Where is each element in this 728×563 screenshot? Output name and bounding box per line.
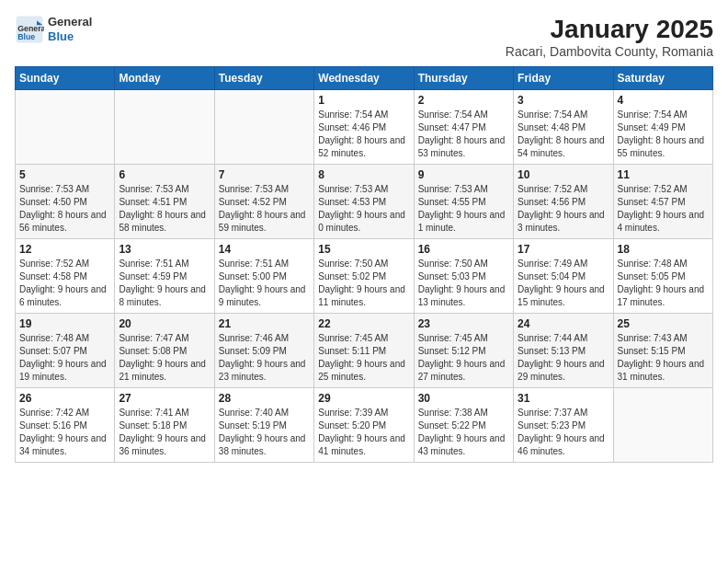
- calendar-cell: 29Sunrise: 7:39 AM Sunset: 5:20 PM Dayli…: [314, 388, 414, 463]
- calendar-cell: 25Sunrise: 7:43 AM Sunset: 5:15 PM Dayli…: [613, 314, 712, 388]
- day-number: 1: [318, 94, 409, 107]
- calendar-day-header: Tuesday: [214, 67, 313, 90]
- day-number: 20: [119, 317, 210, 330]
- calendar-day-header: Saturday: [613, 67, 712, 90]
- day-number: 26: [19, 392, 110, 405]
- day-info: Sunrise: 7:53 AM Sunset: 4:51 PM Dayligh…: [119, 183, 210, 235]
- calendar-cell: 11Sunrise: 7:52 AM Sunset: 4:57 PM Dayli…: [613, 165, 712, 239]
- day-info: Sunrise: 7:49 AM Sunset: 5:04 PM Dayligh…: [518, 258, 609, 309]
- day-info: Sunrise: 7:38 AM Sunset: 5:22 PM Dayligh…: [418, 407, 509, 458]
- day-info: Sunrise: 7:39 AM Sunset: 5:20 PM Dayligh…: [318, 407, 409, 458]
- calendar-cell: 30Sunrise: 7:38 AM Sunset: 5:22 PM Dayli…: [414, 388, 513, 463]
- calendar-cell: 7Sunrise: 7:53 AM Sunset: 4:52 PM Daylig…: [214, 165, 313, 239]
- day-info: Sunrise: 7:37 AM Sunset: 5:23 PM Dayligh…: [518, 407, 609, 458]
- day-info: Sunrise: 7:45 AM Sunset: 5:12 PM Dayligh…: [418, 332, 509, 384]
- calendar-day-header: Monday: [115, 67, 214, 90]
- calendar-cell: 19Sunrise: 7:48 AM Sunset: 5:07 PM Dayli…: [16, 314, 115, 388]
- calendar-week-row: 19Sunrise: 7:48 AM Sunset: 5:07 PM Dayli…: [16, 314, 713, 388]
- day-number: 19: [19, 317, 110, 330]
- calendar-week-row: 26Sunrise: 7:42 AM Sunset: 5:16 PM Dayli…: [16, 388, 713, 463]
- calendar-cell: 13Sunrise: 7:51 AM Sunset: 4:59 PM Dayli…: [115, 239, 214, 314]
- day-info: Sunrise: 7:47 AM Sunset: 5:08 PM Dayligh…: [119, 332, 210, 384]
- calendar-table: SundayMondayTuesdayWednesdayThursdayFrid…: [15, 66, 713, 463]
- day-number: 9: [418, 168, 509, 181]
- day-info: Sunrise: 7:53 AM Sunset: 4:55 PM Dayligh…: [418, 183, 509, 235]
- day-number: 30: [418, 392, 509, 405]
- day-number: 5: [19, 168, 110, 181]
- day-info: Sunrise: 7:53 AM Sunset: 4:53 PM Dayligh…: [318, 183, 409, 235]
- day-info: Sunrise: 7:50 AM Sunset: 5:03 PM Dayligh…: [418, 258, 509, 309]
- day-info: Sunrise: 7:54 AM Sunset: 4:47 PM Dayligh…: [418, 109, 509, 160]
- day-number: 21: [219, 317, 310, 330]
- day-number: 8: [318, 168, 409, 181]
- day-number: 4: [618, 94, 709, 107]
- day-number: 15: [318, 243, 409, 256]
- day-number: 3: [518, 94, 609, 107]
- calendar-cell: 3Sunrise: 7:54 AM Sunset: 4:48 PM Daylig…: [514, 90, 613, 165]
- logo-blue: Blue: [48, 29, 92, 44]
- day-number: 6: [119, 168, 210, 181]
- calendar-day-header: Thursday: [414, 67, 513, 90]
- calendar-week-row: 1Sunrise: 7:54 AM Sunset: 4:46 PM Daylig…: [16, 90, 713, 165]
- day-number: 29: [318, 392, 409, 405]
- day-info: Sunrise: 7:54 AM Sunset: 4:49 PM Dayligh…: [618, 109, 709, 160]
- day-number: 17: [518, 243, 609, 256]
- calendar-cell: 8Sunrise: 7:53 AM Sunset: 4:53 PM Daylig…: [314, 165, 414, 239]
- calendar-cell: 5Sunrise: 7:53 AM Sunset: 4:50 PM Daylig…: [16, 165, 115, 239]
- day-number: 23: [418, 317, 509, 330]
- calendar-cell: 17Sunrise: 7:49 AM Sunset: 5:04 PM Dayli…: [514, 239, 613, 314]
- calendar-cell: [613, 388, 712, 463]
- calendar-cell: 27Sunrise: 7:41 AM Sunset: 5:18 PM Dayli…: [115, 388, 214, 463]
- calendar-cell: 1Sunrise: 7:54 AM Sunset: 4:46 PM Daylig…: [314, 90, 414, 165]
- calendar-cell: 23Sunrise: 7:45 AM Sunset: 5:12 PM Dayli…: [414, 314, 513, 388]
- day-info: Sunrise: 7:42 AM Sunset: 5:16 PM Dayligh…: [19, 407, 110, 458]
- calendar-week-row: 5Sunrise: 7:53 AM Sunset: 4:50 PM Daylig…: [16, 165, 713, 239]
- calendar-cell: 4Sunrise: 7:54 AM Sunset: 4:49 PM Daylig…: [613, 90, 712, 165]
- day-info: Sunrise: 7:52 AM Sunset: 4:58 PM Dayligh…: [19, 258, 110, 309]
- calendar-cell: 24Sunrise: 7:44 AM Sunset: 5:13 PM Dayli…: [514, 314, 613, 388]
- day-number: 22: [318, 317, 409, 330]
- calendar-cell: 2Sunrise: 7:54 AM Sunset: 4:47 PM Daylig…: [414, 90, 513, 165]
- calendar-cell: 26Sunrise: 7:42 AM Sunset: 5:16 PM Dayli…: [16, 388, 115, 463]
- calendar-day-header: Friday: [514, 67, 613, 90]
- calendar-day-header: Sunday: [16, 67, 115, 90]
- calendar-cell: 16Sunrise: 7:50 AM Sunset: 5:03 PM Dayli…: [414, 239, 513, 314]
- logo-icon: General Blue: [15, 15, 44, 44]
- day-number: 27: [119, 392, 210, 405]
- calendar-cell: 28Sunrise: 7:40 AM Sunset: 5:19 PM Dayli…: [214, 388, 313, 463]
- calendar-cell: [214, 90, 313, 165]
- svg-text:Blue: Blue: [17, 32, 35, 41]
- day-info: Sunrise: 7:54 AM Sunset: 4:48 PM Dayligh…: [518, 109, 609, 160]
- day-number: 13: [119, 243, 210, 256]
- day-info: Sunrise: 7:53 AM Sunset: 4:50 PM Dayligh…: [19, 183, 110, 235]
- calendar-cell: 31Sunrise: 7:37 AM Sunset: 5:23 PM Dayli…: [514, 388, 613, 463]
- calendar-cell: 15Sunrise: 7:50 AM Sunset: 5:02 PM Dayli…: [314, 239, 414, 314]
- calendar-cell: 12Sunrise: 7:52 AM Sunset: 4:58 PM Dayli…: [16, 239, 115, 314]
- day-info: Sunrise: 7:50 AM Sunset: 5:02 PM Dayligh…: [318, 258, 409, 309]
- day-info: Sunrise: 7:53 AM Sunset: 4:52 PM Dayligh…: [219, 183, 310, 235]
- calendar-cell: [16, 90, 115, 165]
- logo-text: General Blue: [48, 15, 92, 43]
- day-number: 14: [219, 243, 310, 256]
- day-info: Sunrise: 7:46 AM Sunset: 5:09 PM Dayligh…: [219, 332, 310, 384]
- day-number: 2: [418, 94, 509, 107]
- day-number: 31: [518, 392, 609, 405]
- calendar-week-row: 12Sunrise: 7:52 AM Sunset: 4:58 PM Dayli…: [16, 239, 713, 314]
- calendar-cell: [115, 90, 214, 165]
- calendar-day-header: Wednesday: [314, 67, 414, 90]
- calendar-cell: 22Sunrise: 7:45 AM Sunset: 5:11 PM Dayli…: [314, 314, 414, 388]
- day-info: Sunrise: 7:52 AM Sunset: 4:56 PM Dayligh…: [518, 183, 609, 235]
- calendar-cell: 14Sunrise: 7:51 AM Sunset: 5:00 PM Dayli…: [214, 239, 313, 314]
- calendar-cell: 6Sunrise: 7:53 AM Sunset: 4:51 PM Daylig…: [115, 165, 214, 239]
- day-number: 28: [219, 392, 310, 405]
- day-info: Sunrise: 7:48 AM Sunset: 5:07 PM Dayligh…: [19, 332, 110, 384]
- day-number: 7: [219, 168, 310, 181]
- page-title: January 2025: [506, 15, 713, 44]
- day-info: Sunrise: 7:52 AM Sunset: 4:57 PM Dayligh…: [618, 183, 709, 235]
- calendar-cell: 9Sunrise: 7:53 AM Sunset: 4:55 PM Daylig…: [414, 165, 513, 239]
- day-number: 25: [618, 317, 709, 330]
- calendar-cell: 20Sunrise: 7:47 AM Sunset: 5:08 PM Dayli…: [115, 314, 214, 388]
- page-subtitle: Racari, Dambovita County, Romania: [506, 44, 713, 59]
- day-info: Sunrise: 7:54 AM Sunset: 4:46 PM Dayligh…: [318, 109, 409, 160]
- day-number: 12: [19, 243, 110, 256]
